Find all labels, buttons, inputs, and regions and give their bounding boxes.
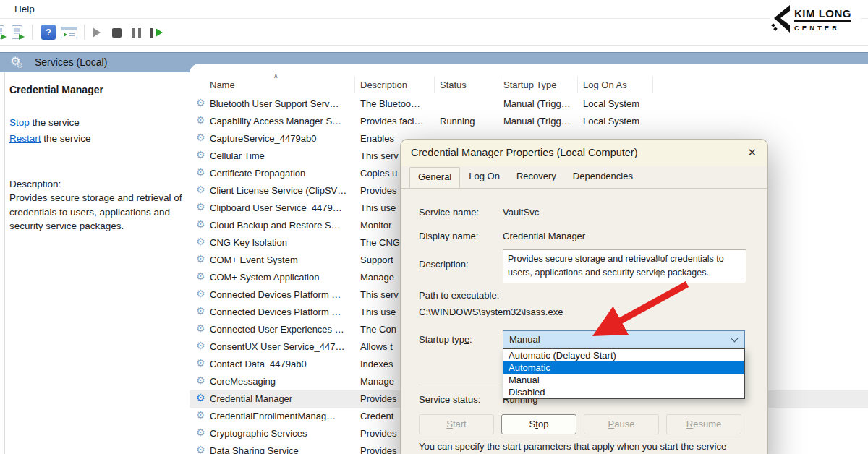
kim-long-logo: KIM LONG CENTER [770,2,861,37]
display-name-value: Credential Manager [503,231,585,241]
service-gear-icon: ⚙ [196,374,205,386]
service-logon-cell: Local System [583,116,663,127]
scroll-down-icon[interactable] [655,272,663,278]
service-name-cell: Cloud Backup and Restore S… [210,220,356,231]
logo-line1: KIM LONG [794,7,851,22]
table-header: ∧ Name Description Status Startup Type L… [190,72,868,95]
description-textbox[interactable]: Provides secure storage and retrieval of… [503,249,746,283]
column-header-name[interactable]: Name [210,80,235,90]
service-status-cell: Running [440,116,501,127]
column-header-status[interactable]: Status [440,80,467,90]
table-row[interactable]: ⚙Bluetooth User Support Serv…The Bluetoo… [190,95,868,113]
start-button: Start [419,414,494,434]
column-header-logon-as[interactable]: Log On As [583,80,627,90]
properties-dialog: Credential Manager Properties (Local Com… [400,139,768,454]
tab-general[interactable]: General [409,167,460,188]
help-icon[interactable]: ? [41,25,56,40]
service-name-cell: CredentialEnrollmentManag… [210,411,356,421]
tab-dependencies[interactable]: Dependencies [565,166,641,187]
service-name-cell: Contact Data_4479ab0 [210,359,356,369]
service-gear-icon: ⚙ [196,184,205,195]
pause-service-icon[interactable] [132,28,141,38]
service-description-cell: The Bluetoo… [360,98,437,109]
service-gear-icon: ⚙ [196,114,205,126]
dialog-titlebar: Credential Manager Properties (Local Com… [401,140,767,166]
services-gears-icon: ⚙⚙ [10,54,27,68]
column-header-description[interactable]: Description [360,80,407,90]
service-name-cell: Cellular Time [210,150,356,161]
dropdown-option-automatic-delayed-start[interactable]: Automatic (Delayed Start) [503,349,744,361]
button-label-part: P [608,419,615,429]
column-separator[interactable] [498,77,498,93]
restart-service-link[interactable]: Restart [9,133,41,144]
resume-button: Resume [666,414,741,434]
service-name-cell: ConsentUX User Service_447… [210,341,356,352]
service-gear-icon: ⚙ [196,218,205,230]
service-name-value: VaultSvc [503,207,539,218]
column-separator[interactable] [354,77,355,93]
startup-type-combobox[interactable]: Manual [503,330,745,348]
stop-button[interactable]: Stop [501,414,576,434]
startup-type-dropdown: Automatic (Delayed Start)AutomaticManual… [503,348,745,399]
restart-service-icon[interactable] [150,28,163,38]
close-icon[interactable]: ✕ [747,146,757,159]
chevron-down-icon [731,335,739,343]
path-label: Path to executable: [419,290,499,301]
service-gear-icon: ⚙ [196,166,205,178]
column-separator[interactable] [652,77,653,93]
group-separator [418,385,503,385]
restart-service-line: Restart the service [9,133,184,144]
stop-service-link[interactable]: Stop [9,117,30,128]
column-separator[interactable] [577,77,578,93]
service-description: Provides secure storage and retrieval of… [9,191,190,234]
service-gear-icon: ⚙ [196,270,205,282]
service-name-cell: CNG Key Isolation [210,237,356,248]
service-gear-icon: ⚙ [196,201,205,213]
dropdown-option-manual[interactable]: Manual [503,374,744,386]
service-startup-cell: Manual (Trigg… [503,98,580,109]
table-row[interactable]: ⚙Capability Access Manager S…Provides fa… [190,113,868,130]
service-name-cell: COM+ Event System [210,254,356,265]
dropdown-option-automatic[interactable]: Automatic [503,361,744,374]
export-list-icon[interactable] [12,25,22,39]
show-window-icon[interactable] [61,27,77,38]
service-name-cell: COM+ System Application [210,272,356,283]
console-title: Services (Local) [35,56,107,68]
service-name-cell: Data Sharing Service [210,445,356,454]
service-name-cell: Bluetooth User Support Serv… [210,98,356,109]
menu-help[interactable]: Help [10,3,39,15]
service-gear-icon: ⚙ [196,149,205,160]
service-name-cell: Connected Devices Platform … [210,307,356,317]
column-separator[interactable] [434,77,435,93]
button-label-part: tart [453,419,467,429]
path-value: C:\WINDOWS\system32\lsass.exe [419,307,563,317]
column-header-startup-type[interactable]: Startup Type [503,80,556,90]
tab-log-on[interactable]: Log On [461,166,508,187]
service-name-cell: Connected User Experiences … [210,324,356,335]
button-label-part: op [538,419,548,429]
combobox-value: Manual [509,334,540,345]
start-service-icon[interactable] [93,27,101,38]
document-icon[interactable] [0,25,4,39]
dialog-tabstrip: GeneralLog OnRecoveryDependencies [401,166,767,189]
toolbar-separator [32,25,33,40]
service-gear-icon: ⚙ [196,392,205,403]
service-gear-icon: ⚙ [196,444,205,454]
extended-info-pane: Credential Manager Stop the service Rest… [5,72,190,454]
dropdown-option-disabled[interactable]: Disabled [503,386,744,398]
toolbar-separator [84,25,85,40]
stop-service-icon[interactable] [112,28,122,38]
button-label-part: ause [614,419,634,429]
pause-button: Pause [584,414,659,434]
service-name-label: Service name: [419,207,479,218]
tab-recovery[interactable]: Recovery [509,166,564,187]
toolbar: ? [0,20,868,46]
service-name-cell: Client License Service (ClipSV… [210,185,356,196]
restart-line-text: the service [41,133,91,144]
service-gear-icon: ⚙ [196,409,205,421]
service-gear-icon: ⚙ [196,357,205,369]
button-label-part: esume [693,419,721,429]
startup-label-pre: Startup typ [419,334,464,345]
sort-ascending-icon: ∧ [273,72,278,80]
scroll-up-icon[interactable] [655,255,663,261]
